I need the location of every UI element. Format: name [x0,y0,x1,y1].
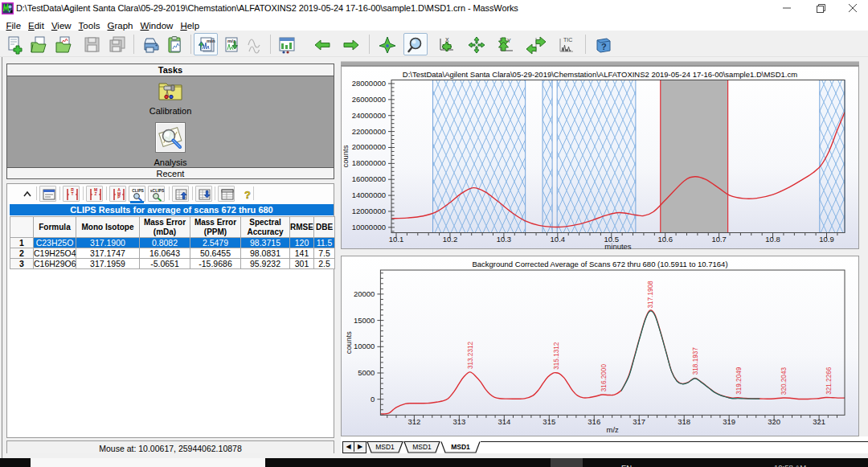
svg-text:?: ? [244,189,251,201]
cell-rmse[interactable]: 120 [290,238,314,248]
tasks-header: Tasks [7,64,334,76]
zoom-button[interactable] [403,33,428,55]
result-row-3[interactable]: 3C16H29O6317.1959-5.0651-15.968695.92323… [10,259,335,269]
export-table-button[interactable] [195,186,212,202]
spectrum-panel[interactable]: Background Corrected Average of Scans 67… [341,256,859,436]
cell-spectral-accuracy[interactable]: 98.0831 [241,248,290,259]
result-row-2[interactable]: 2C19H25O4317.174716.064350.645598.083114… [10,248,335,259]
toolbar-separator [133,35,134,54]
amp-range-button[interactable]: AMP [109,186,126,202]
cell-mass-error-mda-[interactable]: 0.8082 [140,238,190,248]
collapse-button[interactable] [18,186,35,202]
cell-rmse[interactable]: 301 [290,259,314,269]
col-header-rownum[interactable] [10,217,34,238]
import-table-button[interactable] [172,186,189,202]
svg-text:24000000: 24000000 [352,111,386,120]
cell-mono-isotope[interactable]: 317.1747 [76,248,140,259]
cell-dbe[interactable]: 2.5 [314,259,335,269]
cell-mass-error-mda-[interactable]: -5.0651 [140,259,190,269]
tasks-recent-bar[interactable]: Recent [7,167,334,178]
about-button[interactable]: ? [591,33,615,55]
nav-forward-button[interactable] [338,33,362,55]
svg-text:313: 313 [452,417,465,426]
svg-text:T: T [71,191,73,196]
print-button[interactable] [138,33,162,55]
report-view-button[interactable] [274,33,298,55]
tab-msd1-2[interactable]: MSD1 [404,442,440,453]
taskbar-clock[interactable]: 10:58 AM [774,463,806,467]
cell-mass-error-ppm-[interactable]: 2.5479 [190,238,241,248]
close-button[interactable] [836,0,868,18]
results-header-row: FormulaMono IsotopeMass Error(mDa)Mass E… [10,217,335,238]
toolbar-separator [190,35,191,54]
cell-dbe[interactable]: 11.5 [314,238,335,248]
cell-spectral-accuracy[interactable]: 98.3715 [241,238,290,248]
cell-formula[interactable]: C19H25O4 [34,248,76,259]
restore-icon [817,4,825,13]
chromatogram-panel[interactable]: D:\TestData\Agilent Santa Clara\05-29-20… [341,66,859,249]
nav-back-button[interactable] [309,33,334,55]
cell-mono-isotope[interactable]: 317.1959 [76,259,140,269]
x-scale-button[interactable]: X [434,33,458,55]
col-header-mass-error-ppm-[interactable]: Mass Error(PPM) [190,217,241,238]
tab-msd1-1[interactable]: MSD1 [367,442,403,453]
task-calibration-label[interactable]: Calibration [7,106,334,116]
tab-msd1-3[interactable]: MSD1 [441,442,480,453]
peak-label: 319.2049 [735,367,743,395]
cell-mono-isotope[interactable]: 317.1900 [76,238,140,248]
sclips-button[interactable]: sCLIPS [148,186,165,202]
tic-view-button[interactable]: TIC [553,33,577,55]
restore-button[interactable] [804,0,839,18]
chromatogram-view-button[interactable]: min [194,33,218,55]
paste-chart-button[interactable] [162,33,186,55]
task-calibration[interactable]: Calibration [7,80,334,116]
rt-range-button[interactable]: RT [63,186,80,202]
cell-spectral-accuracy[interactable]: 95.9232 [241,259,290,269]
svg-text:10.3: 10.3 [497,235,512,244]
row-number[interactable]: 2 [10,248,34,259]
spectrum-view-button[interactable]: m/z [219,33,243,55]
row-number[interactable]: 1 [10,238,34,248]
task-analysis-label[interactable]: Analysis [7,158,334,167]
spectrum-plot[interactable]: 0500010000150002000031231331431531631731… [342,256,858,436]
series-measured [380,310,845,414]
cell-mass-error-ppm-[interactable]: 50.6455 [190,248,241,259]
help-button[interactable]: ? [238,186,255,202]
selected-scan-region[interactable] [661,80,728,233]
cell-mass-error-ppm-[interactable]: -15.9686 [190,259,241,269]
new-file-button[interactable] [2,33,27,55]
taskbar-language[interactable]: EN [621,463,632,467]
col-header-mass-error-mda-[interactable]: Mass Error(mDa) [140,217,190,238]
mz-range-button[interactable]: MZ [86,186,103,202]
cell-rmse[interactable]: 141 [290,248,314,259]
pan-button[interactable] [464,33,488,55]
report-button[interactable] [39,186,56,202]
y-scale-button[interactable]: Y [493,33,518,55]
col-header-spectral-accuracy[interactable]: SpectralAccuracy [241,217,290,238]
col-header-dbe[interactable]: DBE [314,217,335,238]
y-axis-label: counts [342,145,350,167]
chromatogram-plot[interactable]: 1000000012000000140000001600000018000000… [342,67,858,249]
svg-text:min: min [207,39,215,43]
col-header-formula[interactable]: Formula [34,217,76,238]
shift-left-button[interactable] [523,33,547,55]
save-button [80,33,104,55]
clips-button[interactable]: CLIPS [129,186,145,202]
full-scale-button[interactable] [375,33,399,55]
results-table: FormulaMono IsotopeMass Error(mDa)Mass E… [10,216,335,269]
cell-formula[interactable]: C23H25O [34,238,76,248]
cell-formula[interactable]: C16H29O6 [34,259,76,269]
grid-view-button[interactable] [218,186,235,202]
task-analysis[interactable]: Analysis [7,122,334,167]
cell-dbe[interactable]: 7.5 [314,248,335,259]
svg-text:22000000: 22000000 [352,127,386,136]
taskbar-button[interactable] [551,458,583,467]
open-data-button[interactable] [51,33,76,55]
cell-mass-error-mda-[interactable]: 16.0643 [140,248,190,259]
open-file-button[interactable] [27,33,51,55]
result-row-1[interactable]: 1C23H25O317.19000.80822.547998.371512011… [10,238,335,248]
col-header-mono-isotope[interactable]: Mono Isotope [76,217,140,238]
row-number[interactable]: 3 [10,259,34,269]
col-header-rmse[interactable]: RMSE [290,217,314,238]
minimize-button[interactable] [770,0,805,18]
